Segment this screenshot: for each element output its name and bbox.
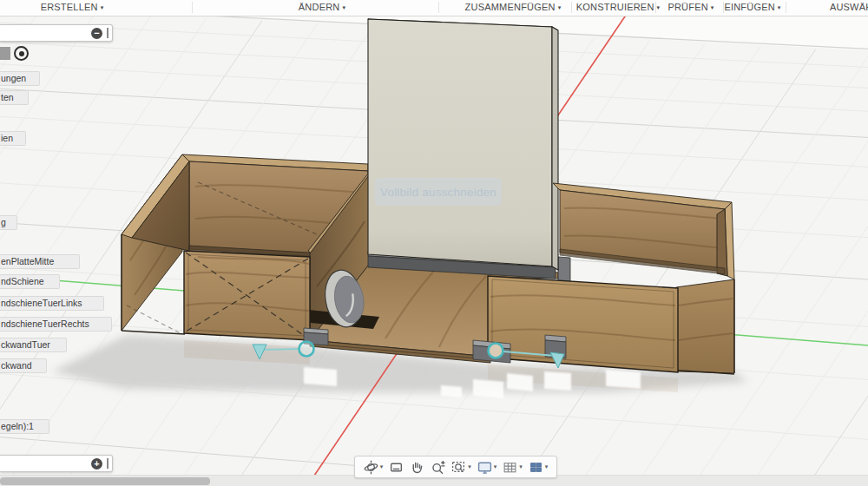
palette-icons xyxy=(0,46,29,61)
fit-icon xyxy=(451,460,466,475)
display-settings-icon xyxy=(477,460,492,475)
browser-label[interactable]: ckwand xyxy=(0,358,47,373)
viewports-button[interactable]: ▾ xyxy=(526,460,551,475)
model-left-door[interactable] xyxy=(184,251,310,340)
dropdown-caret: ▾ xyxy=(519,463,523,470)
orbit-button[interactable]: ▾ xyxy=(361,460,386,475)
fit-button[interactable]: ▾ xyxy=(449,460,474,475)
manipulator-handle xyxy=(299,342,314,357)
browser-label[interactable]: ien xyxy=(0,131,26,146)
zoom-icon xyxy=(431,460,445,475)
menubar-separator xyxy=(192,2,193,13)
menu-item-ändern[interactable]: ÄNDERN▾ xyxy=(299,0,345,16)
swatch-icon[interactable] xyxy=(0,47,10,60)
browser-label[interactable]: ckwandTuer xyxy=(0,338,67,352)
text-cursor xyxy=(107,28,108,38)
dropdown-caret: ▾ xyxy=(545,463,549,470)
grid-settings-icon xyxy=(503,460,517,475)
scrollbar-thumb[interactable] xyxy=(0,477,210,485)
menubar-separator xyxy=(655,2,656,13)
pan-icon xyxy=(410,460,424,475)
menu-item-prüfen[interactable]: PRÜFEN▾ xyxy=(667,0,713,16)
manipulator-handle xyxy=(489,344,503,358)
menu-item-konstruieren[interactable]: KONSTRUIEREN▾ xyxy=(576,0,661,16)
menu-item-auswählen[interactable]: AUSWÄHLEN▾ xyxy=(830,0,868,16)
menubar-separator xyxy=(723,2,724,13)
menu-item-einfügen[interactable]: EINFÜGEN▾ xyxy=(724,0,780,16)
zoom-button[interactable] xyxy=(428,460,448,475)
left-panel-footer: + xyxy=(0,455,113,472)
left-panel-header: − xyxy=(0,24,113,42)
snip-overlay-label: Vollbild ausschneiden xyxy=(380,186,496,199)
expand-button[interactable]: + xyxy=(91,458,102,470)
browser-label[interactable]: ungen xyxy=(0,71,40,86)
menu-item-erstellen[interactable]: ERSTELLEN▾ xyxy=(41,0,104,16)
browser-label[interactable]: enPlatteMitte xyxy=(0,254,80,269)
collapse-button[interactable]: − xyxy=(91,28,102,39)
browser-label[interactable]: g xyxy=(0,215,17,230)
menubar-separator xyxy=(571,2,572,13)
pan-button[interactable] xyxy=(407,460,427,475)
menubar: ERSTELLEN▾ÄNDERN▾ZUSAMMENFÜGEN▾KONSTRUIE… xyxy=(0,0,868,16)
browser-label[interactable]: ndschieneTuerLinks xyxy=(0,296,104,311)
viewports-icon xyxy=(529,460,543,475)
browser-label[interactable]: ten xyxy=(0,90,29,105)
viewport-canvas[interactable] xyxy=(0,0,868,486)
look-at-button[interactable] xyxy=(386,460,406,475)
display-settings-button[interactable]: ▾ xyxy=(475,460,500,475)
browser-label[interactable]: ndschieneTuerRechts xyxy=(0,317,112,332)
menubar-separator xyxy=(786,2,786,13)
browser-label[interactable]: ndSchiene xyxy=(0,274,60,289)
snip-tool-overlay: Vollbild ausschneiden xyxy=(375,178,502,206)
navigation-toolbar: ▾ ▾ xyxy=(354,456,557,478)
look-at-icon xyxy=(389,460,404,475)
menubar-separator xyxy=(438,2,439,13)
orbit-icon xyxy=(364,460,378,475)
fusion360-window: { "menubar": { "caret": "▾", "items": [ … xyxy=(0,0,868,486)
grid-settings-button[interactable]: ▾ xyxy=(500,460,525,475)
browser-label[interactable]: egeln):1 xyxy=(0,419,49,434)
text-cursor xyxy=(107,458,108,469)
menu-item-zusammenfügen[interactable]: ZUSAMMENFÜGEN▾ xyxy=(465,0,562,16)
dropdown-caret: ▾ xyxy=(494,463,497,470)
target-icon[interactable] xyxy=(14,46,29,61)
dropdown-caret: ▾ xyxy=(468,463,471,470)
model-back-panel[interactable] xyxy=(368,19,558,270)
model-right-door[interactable] xyxy=(488,276,678,372)
dropdown-caret: ▾ xyxy=(380,463,384,470)
